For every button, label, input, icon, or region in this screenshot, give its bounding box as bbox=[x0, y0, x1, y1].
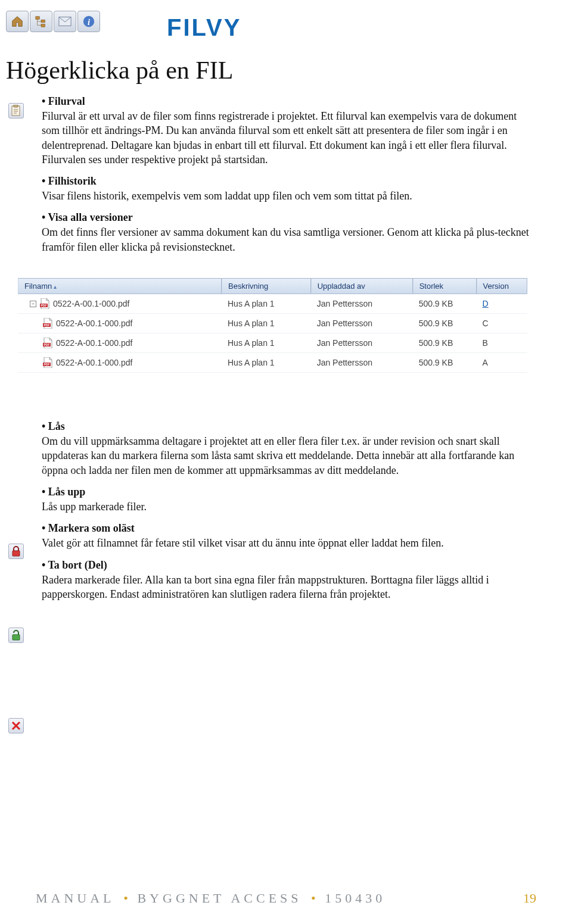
bullet-body: Om det finns fler versioner av samma dok… bbox=[42, 225, 536, 254]
table-header[interactable]: Version bbox=[477, 278, 528, 294]
table-header[interactable]: Beskrivning bbox=[222, 278, 311, 294]
file-name: 0522-A-00.1-000.pdf bbox=[56, 338, 132, 348]
table-cell: Hus A plan 1 bbox=[222, 333, 311, 353]
table-row[interactable]: PDF0522-A-00.1-000.pdfHus A plan 1Jan Pe… bbox=[18, 314, 527, 333]
svg-text:PDF: PDF bbox=[44, 343, 50, 346]
version-link[interactable]: D bbox=[483, 299, 489, 308]
bullet-title: Lås upp bbox=[42, 486, 536, 498]
pdf-icon: PDF bbox=[40, 298, 49, 309]
table-header[interactable]: Filnamn bbox=[18, 278, 222, 294]
bullet-title: Filhistorik bbox=[42, 175, 536, 188]
table-cell: D bbox=[477, 294, 528, 314]
table-cell: 500.9 KB bbox=[413, 333, 477, 353]
version-table[interactable]: FilnamnBeskrivningUppladdad avStorlekVer… bbox=[18, 278, 527, 373]
table-cell: Jan Pettersson bbox=[311, 333, 413, 353]
home-icon[interactable] bbox=[6, 11, 29, 32]
table-row[interactable]: −PDF0522-A-00.1-000.pdfHus A plan 1Jan P… bbox=[18, 294, 527, 314]
bullet-title: Markera som oläst bbox=[42, 522, 536, 535]
table-header[interactable]: Uppladdad av bbox=[311, 278, 413, 294]
table-header[interactable]: Storlek bbox=[413, 278, 477, 294]
svg-text:PDF: PDF bbox=[44, 363, 50, 366]
lock-icon bbox=[8, 544, 24, 559]
table-cell: 500.9 KB bbox=[413, 314, 477, 333]
tree-icon[interactable] bbox=[30, 11, 52, 32]
table-cell: C bbox=[477, 314, 528, 333]
page-number: 19 bbox=[523, 891, 536, 906]
svg-rect-16 bbox=[13, 551, 20, 556]
table-cell: Jan Pettersson bbox=[311, 353, 413, 373]
table-cell: A bbox=[477, 353, 528, 373]
bullet-body: Valet gör att filnamnet får fetare stil … bbox=[42, 536, 536, 550]
mail-icon[interactable] bbox=[54, 11, 76, 32]
footer-product: BYGGNET ACCESS bbox=[137, 891, 301, 906]
file-name: 0522-A-00.1-000.pdf bbox=[53, 299, 129, 308]
pdf-icon: PDF bbox=[43, 338, 52, 348]
page-section-title: FILVY bbox=[167, 14, 241, 41]
section-filurval: FilurvalFilurval är ett urval av de file… bbox=[42, 95, 536, 254]
svg-rect-2 bbox=[41, 24, 45, 27]
svg-rect-1 bbox=[41, 20, 45, 23]
info-icon[interactable]: i bbox=[77, 11, 100, 32]
file-name: 0522-A-00.1-000.pdf bbox=[56, 319, 132, 328]
bullet-body: Filurval är ett urval av de filer som fi… bbox=[42, 109, 536, 167]
bullet-body: Radera markerade filer. Alla kan ta bort… bbox=[42, 573, 536, 602]
page-footer: MANUAL • BYGGNET ACCESS • 150430 19 bbox=[0, 891, 572, 906]
clipboard-icon bbox=[8, 103, 24, 118]
svg-text:PDF: PDF bbox=[41, 304, 47, 307]
footer-manual: MANUAL bbox=[36, 891, 114, 906]
pdf-icon: PDF bbox=[43, 318, 52, 329]
collapse-icon[interactable]: − bbox=[30, 301, 36, 307]
bullet-body: Om du vill uppmärksamma deltagare i proj… bbox=[42, 434, 536, 477]
table-cell: B bbox=[477, 333, 528, 353]
table-cell: Hus A plan 1 bbox=[222, 314, 311, 333]
svg-text:i: i bbox=[88, 17, 90, 27]
svg-rect-7 bbox=[14, 105, 18, 107]
top-toolbar: i bbox=[6, 11, 536, 32]
bullet-body: Visar filens historik, exempelvis vem so… bbox=[42, 189, 536, 203]
unlock-icon bbox=[8, 628, 24, 643]
table-cell: Hus A plan 1 bbox=[222, 353, 311, 373]
pdf-icon: PDF bbox=[43, 357, 52, 368]
bullet-title: Lås bbox=[42, 420, 536, 433]
table-cell: Jan Pettersson bbox=[311, 294, 413, 314]
table-row[interactable]: PDF0522-A-00.1-000.pdfHus A plan 1Jan Pe… bbox=[18, 353, 527, 373]
svg-text:PDF: PDF bbox=[44, 323, 50, 327]
section-lock-group: LåsOm du vill uppmärksamma deltagare i p… bbox=[42, 420, 536, 601]
footer-date: 150430 bbox=[325, 891, 386, 906]
bullet-title: Visa alla versioner bbox=[42, 211, 536, 224]
svg-rect-0 bbox=[36, 17, 39, 20]
bullet-title: Ta bort (Del) bbox=[42, 559, 536, 572]
table-row[interactable]: PDF0522-A-00.1-000.pdfHus A plan 1Jan Pe… bbox=[18, 333, 527, 353]
table-cell: 500.9 KB bbox=[413, 353, 477, 373]
bullet-title: Filurval bbox=[42, 95, 536, 108]
table-cell: Hus A plan 1 bbox=[222, 294, 311, 314]
table-cell: Jan Pettersson bbox=[311, 314, 413, 333]
file-name: 0522-A-00.1-000.pdf bbox=[56, 358, 132, 367]
bullet-body: Lås upp markerade filer. bbox=[42, 500, 536, 514]
svg-rect-17 bbox=[13, 635, 20, 640]
page-title: Högerklicka på en FIL bbox=[6, 56, 536, 85]
delete-icon bbox=[8, 718, 24, 733]
table-cell: 500.9 KB bbox=[413, 294, 477, 314]
